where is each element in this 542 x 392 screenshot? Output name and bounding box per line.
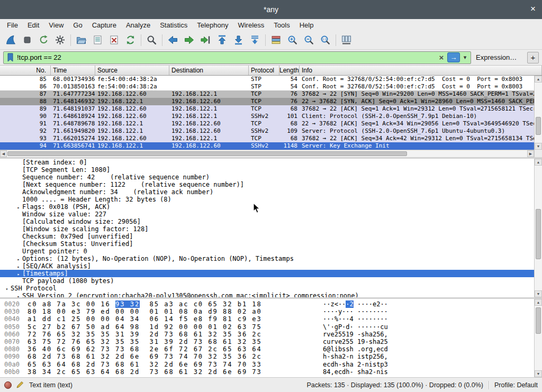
menu-tools[interactable]: Tools	[269, 21, 294, 29]
packet-row-86[interactable]: 8670.013850163fe:54:00:d4:38:2aSTP54Conf…	[0, 83, 534, 90]
column-header-protocol[interactable]: Protocol	[249, 66, 279, 75]
column-header-destination[interactable]: Destination	[169, 66, 249, 75]
packet-list-hscrollbar[interactable]: ◀ ▶	[0, 150, 534, 157]
packet-row-85[interactable]: 8568.001734936fe:54:00:d4:38:2aSTP54Conf…	[0, 76, 534, 83]
menu-file[interactable]: File	[2, 21, 23, 29]
filter-bookmark-icon[interactable]	[5, 53, 15, 62]
details-vscrollbar[interactable]: ▲ ▼	[534, 159, 542, 297]
display-filter-input[interactable]: !tcp.port == 22 × → ▾	[3, 51, 471, 64]
go-to-top-button[interactable]	[214, 32, 230, 48]
packet-row-91[interactable]: 9171.648789678192.168.122.1192.168.122.6…	[0, 120, 534, 127]
scroll-up-arrow-icon[interactable]: ▲	[535, 299, 542, 306]
status-profile[interactable]: Profile: Default	[494, 381, 538, 389]
hex-vscrollbar[interactable]: ▲ ▼	[534, 299, 542, 377]
packet-list-vscroll-thumb[interactable]	[536, 117, 541, 135]
hex-row-0060[interactable]: 006072 76 65 32 35 35 31 39 2d 73 68 61 …	[0, 331, 534, 338]
packet-row-88[interactable]: 8871.648146932192.168.122.1192.168.122.6…	[0, 98, 534, 105]
resize-columns-button[interactable]	[338, 32, 355, 48]
packet-row-93[interactable]: 9371.662015274192.168.122.60192.168.122.…	[0, 135, 534, 142]
detail-line[interactable]: [Window size scaling factor: 128]	[0, 225, 534, 233]
detail-line[interactable]: [Stream index: 0]	[0, 159, 534, 166]
hex-row-0070[interactable]: 007063 75 72 76 65 32 35 35 31 39 2d 73 …	[0, 338, 534, 345]
column-header-info[interactable]: Info	[300, 66, 542, 75]
menu-edit[interactable]: Edit	[23, 21, 44, 29]
packet-list-hscroll-thumb[interactable]	[7, 151, 407, 156]
colorize-packets-button[interactable]	[268, 32, 284, 48]
packet-row-92[interactable]: 9271.661949820192.168.122.1192.168.122.6…	[0, 127, 534, 135]
hex-row-0030[interactable]: 003080 18 00 e3 79 ed 00 00 01 01 08 0a …	[0, 308, 534, 315]
hex-row-00b0[interactable]: 00b038 34 2c 65 63 64 68 2d 73 68 61 32 …	[0, 368, 534, 376]
hex-row-0090[interactable]: 009068 2d 73 68 61 32 2d 6e 69 73 74 70 …	[0, 353, 534, 360]
hex-row-0020[interactable]: 0020c0 a8 7a 3c 00 16 93 32 85 a3 ac c0 …	[0, 300, 534, 308]
zoom-in-button[interactable]	[284, 32, 301, 48]
close-file-button[interactable]	[106, 32, 122, 48]
expression-button[interactable]: Expression…	[476, 53, 517, 61]
hex-row-0040[interactable]: 0040a1 dd c1 25 00 00 04 34 06 14 f5 e8 …	[0, 315, 534, 323]
detail-line[interactable]: [Checksum Status: Unverified]	[0, 240, 534, 248]
detail-line[interactable]: Window size value: 227	[0, 211, 534, 218]
scroll-up-arrow-icon[interactable]: ▲	[535, 76, 542, 83]
scroll-right-arrow-icon[interactable]: ▶	[527, 150, 534, 157]
column-header-no[interactable]: No.	[0, 66, 51, 75]
menu-view[interactable]: View	[44, 21, 68, 29]
scroll-down-arrow-icon[interactable]: ▼	[535, 370, 542, 377]
expand-arrow-icon[interactable]: ▸	[15, 263, 22, 270]
go-to-packet-button[interactable]	[197, 32, 214, 48]
scroll-down-arrow-icon[interactable]: ▼	[535, 143, 542, 150]
auto-scroll-button[interactable]	[247, 32, 263, 48]
window-close-button[interactable]: ×	[530, 4, 536, 14]
menu-help[interactable]: Help	[295, 21, 319, 29]
detail-line[interactable]: Checksum: 0x79ed [unverified]	[0, 233, 534, 240]
hex-row-0080[interactable]: 008036 40 6c 69 62 73 73 68 2e 6f 72 67 …	[0, 345, 534, 353]
menu-analyze[interactable]: Analyze	[121, 21, 155, 29]
scroll-down-arrow-icon[interactable]: ▼	[535, 290, 542, 297]
scroll-left-arrow-icon[interactable]: ◀	[0, 150, 7, 157]
expert-info-icon[interactable]	[4, 381, 12, 389]
hex-row-00a0[interactable]: 00a065 63 64 68 2d 73 68 61 32 2d 6e 69 …	[0, 361, 534, 368]
detail-line[interactable]: ▸SSH Version 2 (encryption:chacha20-poly…	[0, 292, 534, 297]
packet-row-94[interactable]: 9471.663856741192.168.122.1192.168.122.6…	[0, 142, 534, 150]
detail-line[interactable]: TCP payload (1080 bytes)	[0, 277, 534, 285]
filter-text[interactable]: !tcp.port == 22	[15, 53, 437, 61]
column-header-source[interactable]: Source	[95, 66, 169, 75]
expand-arrow-icon[interactable]: ▾	[3, 286, 11, 292]
packet-row-87[interactable]: 8771.647777234192.168.122.60192.168.122.…	[0, 90, 534, 98]
go-back-button[interactable]	[165, 32, 181, 48]
detail-line[interactable]: Acknowledgment number: 34 (relative ack …	[0, 188, 534, 196]
detail-line[interactable]: ▸Options: (12 bytes), No-Operation (NOP)…	[0, 255, 534, 262]
filter-clear-button[interactable]: ×	[437, 53, 446, 62]
capture-comment-pencil-icon[interactable]	[16, 381, 24, 389]
detail-line[interactable]: ▸[Timestamps]	[0, 270, 534, 277]
menu-wireless[interactable]: Wireless	[233, 21, 269, 29]
detail-line[interactable]: [TCP Segment Len: 1080]	[0, 166, 534, 174]
expand-arrow-icon[interactable]: ▸	[15, 271, 22, 277]
hex-row-0050[interactable]: 00505c 27 b2 67 50 ad 64 98 1d 92 00 00 …	[0, 323, 534, 331]
stop-capture-button[interactable]	[19, 32, 35, 48]
menu-capture[interactable]: Capture	[87, 21, 121, 29]
packet-row-90[interactable]: 9071.648618924192.168.122.60192.168.122.…	[0, 113, 534, 120]
detail-line[interactable]: ▸Flags: 0x018 (PSH, ACK)	[0, 203, 534, 211]
filter-apply-button[interactable]: →	[447, 52, 460, 62]
find-packet-button[interactable]	[143, 32, 160, 48]
menu-go[interactable]: Go	[68, 21, 87, 29]
detail-line[interactable]: ▸[SEQ/ACK analysis]	[0, 262, 534, 270]
expand-arrow-icon[interactable]: ▸	[15, 256, 22, 262]
details-vscroll-thumb[interactable]	[536, 209, 541, 259]
detail-line[interactable]: ▾SSH Protocol	[0, 285, 534, 292]
hex-vscroll-thumb[interactable]	[536, 307, 541, 334]
column-header-time[interactable]: Time	[51, 66, 95, 75]
zoom-original-button[interactable]: 1:1	[317, 32, 333, 48]
filter-dropdown-button[interactable]: ▾	[461, 54, 469, 61]
scroll-up-arrow-icon[interactable]: ▲	[535, 159, 542, 166]
zoom-out-button[interactable]	[301, 32, 317, 48]
detail-line[interactable]: [Next sequence number: 1122 (relative se…	[0, 181, 534, 188]
open-file-button[interactable]	[73, 32, 89, 48]
packet-row-89[interactable]: 8971.648191037192.168.122.60192.168.122.…	[0, 105, 534, 113]
capture-options-button[interactable]	[52, 32, 68, 48]
add-filter-button[interactable]: +	[527, 52, 539, 63]
start-capture-button[interactable]	[3, 32, 19, 48]
restart-capture-button[interactable]	[35, 32, 52, 48]
menu-telephony[interactable]: Telephony	[192, 21, 233, 29]
column-header-length[interactable]: Length	[279, 66, 300, 75]
reload-file-button[interactable]	[122, 32, 139, 48]
